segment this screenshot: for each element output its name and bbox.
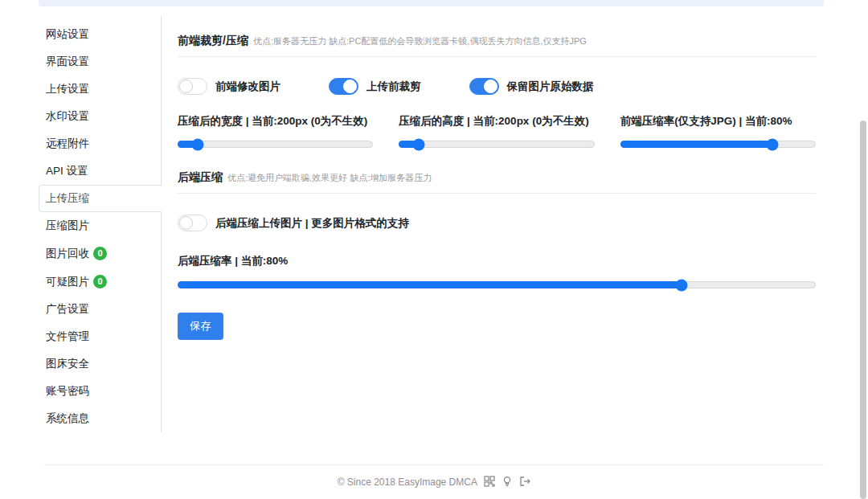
compressed-width-slider[interactable]: [178, 141, 373, 148]
frontend-section-description: 优点:服务器无压力 缺点:PC配置低的会导致浏览器卡顿,偶现丢失方向信息,仅支持…: [253, 35, 587, 47]
backend-rate-slider[interactable]: [178, 281, 816, 288]
sidebar-item-account-password[interactable]: 账号密码: [39, 378, 161, 405]
toggle-item-crop-before-upload: 上传前裁剪: [329, 78, 421, 95]
page-footer: © Since 2018 EasyImage DMCA: [44, 464, 824, 489]
toggle-item-keep-exif: 保留图片原始数据: [469, 78, 594, 95]
suspicious-count-badge: 0: [93, 275, 107, 288]
recycle-count-badge: 0: [93, 247, 107, 260]
sidebar-item-file-management[interactable]: 文件管理: [39, 323, 161, 350]
frontend-toggle-row: 前端修改图片 上传前裁剪 保留图片原始数据: [178, 78, 816, 95]
backend-rate-label: 后端压缩率 | 当前:80%: [178, 254, 816, 268]
frontend-rate-slider[interactable]: [620, 141, 816, 148]
main-layout: 网站设置 界面设置 上传设置 水印设置 远程附件 API 设置 上传压缩 压缩图…: [39, 16, 824, 432]
slider-block-height: 压缩后的高度 | 当前:200px (0为不生效): [399, 114, 594, 148]
backend-section-title: 后端压缩: [178, 170, 223, 185]
slider-fill: [178, 281, 681, 288]
toggle-item-backend-compress: 后端压缩上传图片 | 更多图片格式的支持: [178, 215, 409, 231]
upload-compression-settings-page: 网站设置 界面设置 上传设置 水印设置 远程附件 API 设置 上传压缩 压缩图…: [0, 0, 868, 499]
sidebar-item-upload-compression-active[interactable]: 上传压缩: [39, 185, 162, 212]
sidebar-item-compress-images[interactable]: 压缩图片: [39, 212, 161, 239]
slider-knob[interactable]: [766, 138, 778, 150]
lightbulb-icon[interactable]: [502, 476, 513, 489]
slider-block-frontend-rate: 前端压缩率(仅支持JPG) | 当前:80%: [620, 114, 816, 148]
logout-icon[interactable]: [519, 476, 530, 489]
backend-section-description: 优点:避免用户端欺骗,效果更好 缺点:增加服务器压力: [227, 172, 432, 184]
sidebar-item-site-settings[interactable]: 网站设置: [39, 21, 161, 48]
sidebar-item-system-info[interactable]: 系统信息: [39, 405, 161, 432]
crop-before-upload-label: 上传前裁剪: [366, 80, 421, 94]
backend-compress-toggle[interactable]: [178, 215, 207, 231]
keep-original-data-label: 保留图片原始数据: [507, 80, 594, 94]
crop-before-upload-toggle[interactable]: [329, 78, 358, 95]
settings-content: 前端裁剪/压缩 优点:服务器无压力 缺点:PC配置低的会导致浏览器卡顿,偶现丢失…: [162, 16, 824, 340]
sidebar-item-image-recycle[interactable]: 图片回收0: [39, 239, 161, 268]
sidebar-item-upload-settings[interactable]: 上传设置: [39, 76, 161, 103]
keep-original-data-toggle[interactable]: [469, 78, 499, 95]
toggle-knob: [484, 80, 497, 93]
top-navbar-edge: [39, 0, 824, 6]
sidebar-item-interface-settings[interactable]: 界面设置: [39, 48, 161, 76]
frontend-rate-label: 前端压缩率(仅支持JPG) | 当前:80%: [620, 114, 816, 129]
save-button[interactable]: 保存: [178, 313, 223, 340]
backend-section-header: 后端压缩 优点:避免用户端欺骗,效果更好 缺点:增加服务器压力: [178, 170, 816, 185]
sidebar-item-host-security[interactable]: 图床安全: [39, 350, 161, 378]
frontend-modify-toggle[interactable]: [178, 78, 207, 95]
sidebar-item-label: 可疑图片: [46, 276, 89, 288]
frontend-section-header: 前端裁剪/压缩 优点:服务器无压力 缺点:PC配置低的会导致浏览器卡顿,偶现丢失…: [178, 34, 816, 48]
toggle-item-frontend-modify: 前端修改图片: [178, 78, 280, 95]
frontend-modify-label: 前端修改图片: [215, 80, 280, 94]
slider-knob[interactable]: [192, 138, 204, 150]
dmca-link[interactable]: DMCA: [449, 477, 477, 488]
backend-compress-label: 后端压缩上传图片 | 更多图片格式的支持: [215, 216, 409, 231]
copyright-text: © Since 2018 EasyImage: [338, 477, 447, 488]
section-divider: [178, 193, 816, 194]
sidebar-item-label: 图片回收: [46, 247, 89, 260]
compressed-width-label: 压缩后的宽度 | 当前:200px (0为不生效): [178, 114, 373, 129]
sidebar-item-ad-settings[interactable]: 广告设置: [39, 296, 161, 323]
slider-block-width: 压缩后的宽度 | 当前:200px (0为不生效): [178, 114, 373, 148]
scrollbar-track[interactable]: [858, 0, 868, 499]
toggle-knob: [179, 80, 193, 93]
settings-sidebar: 网站设置 界面设置 上传设置 水印设置 远程附件 API 设置 上传压缩 压缩图…: [39, 16, 162, 432]
slider-fill: [620, 141, 772, 148]
sidebar-item-remote-attachment[interactable]: 远程附件: [39, 130, 161, 157]
slider-knob[interactable]: [675, 279, 687, 291]
toggle-knob: [343, 80, 357, 93]
section-divider: [178, 56, 816, 57]
sidebar-item-watermark-settings[interactable]: 水印设置: [39, 103, 161, 130]
frontend-slider-grid: 压缩后的宽度 | 当前:200px (0为不生效) 压缩后的高度 | 当前:20…: [178, 114, 816, 148]
sidebar-item-api-settings[interactable]: API 设置: [39, 157, 161, 185]
compressed-height-slider[interactable]: [399, 141, 594, 148]
slider-knob[interactable]: [413, 138, 425, 150]
qr-code-icon[interactable]: [484, 476, 495, 489]
backend-toggle-row: 后端压缩上传图片 | 更多图片格式的支持: [178, 215, 816, 231]
toggle-knob: [179, 216, 193, 230]
compressed-height-label: 压缩后的高度 | 当前:200px (0为不生效): [399, 114, 594, 129]
scrollbar-thumb[interactable]: [860, 121, 866, 499]
sidebar-item-suspicious-images[interactable]: 可疑图片0: [39, 268, 161, 296]
frontend-section-title: 前端裁剪/压缩: [178, 34, 248, 48]
